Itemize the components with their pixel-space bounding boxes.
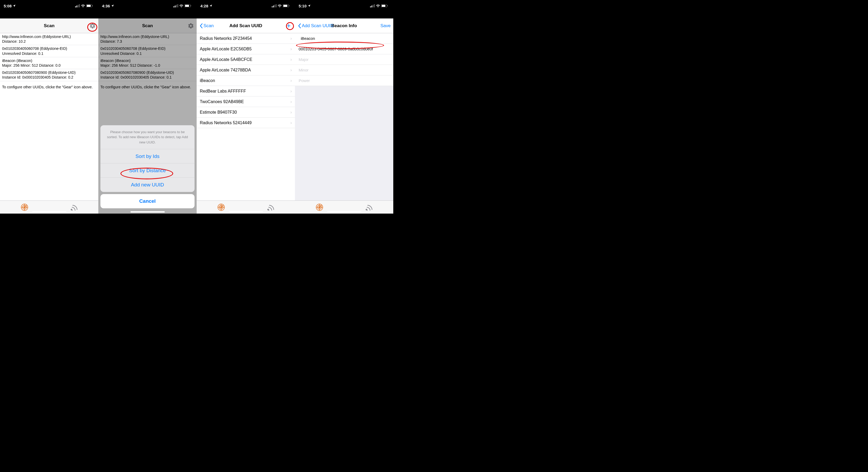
wifi-icon: [376, 4, 380, 7]
wifi-icon: [179, 4, 183, 7]
uuid-row[interactable]: Apple AirLocate 5A4BCFCE›: [197, 54, 295, 65]
status-time: 4:28: [200, 4, 208, 8]
broadcast-icon: [365, 203, 373, 211]
chevron-right-icon: ›: [290, 47, 292, 52]
uuid-row[interactable]: Apple AirLocate E2C56DB5›: [197, 44, 295, 54]
svg-rect-21: [272, 6, 273, 7]
svg-rect-16: [176, 5, 177, 7]
status-bar: 5:10: [295, 0, 393, 11]
wifi-icon: [278, 4, 282, 7]
phone-scan-sheet: 4:36 Scan http://www.Infineon.com (Eddys…: [98, 0, 197, 214]
battery-icon: [86, 4, 93, 7]
battery-icon: [283, 4, 290, 7]
svg-rect-14: [174, 6, 174, 7]
battery-icon: [381, 4, 388, 7]
svg-rect-5: [87, 5, 91, 7]
major-field[interactable]: Major: [295, 54, 393, 65]
svg-rect-17: [177, 4, 178, 7]
uuid-row[interactable]: TwoCanoes 92AB49BE›: [197, 96, 295, 107]
save-button[interactable]: Save: [380, 23, 391, 28]
name-field[interactable]: iBeacon: [295, 33, 393, 44]
sort-by-distance-button[interactable]: Sort by Distance: [100, 164, 194, 178]
cancel-button[interactable]: Cancel: [100, 194, 194, 208]
status-right-icons: [272, 4, 290, 7]
chevron-right-icon: ›: [290, 68, 292, 72]
svg-rect-0: [75, 6, 76, 7]
gear-icon: [89, 23, 96, 29]
uuid-row[interactable]: Apple AirLocate 74278BDA›: [197, 65, 295, 76]
home-indicator[interactable]: [130, 211, 165, 212]
phone-uuid-list: 4:28 Scan Add Scan UUID + Radius Network…: [197, 0, 295, 214]
status-time: 5:08: [4, 4, 11, 8]
svg-rect-38: [374, 4, 375, 7]
location-icon: [209, 4, 213, 7]
plus-icon: +: [287, 22, 291, 30]
svg-rect-36: [371, 5, 372, 7]
chevron-right-icon: ›: [290, 57, 292, 62]
radar-icon: [315, 203, 323, 211]
svg-rect-37: [373, 5, 373, 7]
chevron-left-icon: [298, 23, 301, 28]
status-right-icons: [370, 4, 388, 7]
uuid-list[interactable]: Radius Networks 2F234454› Apple AirLocat…: [197, 33, 295, 200]
settings-button[interactable]: [89, 23, 96, 29]
svg-rect-20: [191, 5, 191, 6]
signal-icon: [370, 4, 375, 7]
status-bar: 4:36: [98, 0, 197, 11]
svg-rect-2: [78, 5, 79, 7]
svg-rect-26: [283, 5, 287, 7]
signal-icon: [75, 4, 80, 7]
back-button[interactable]: Add Scan UUID: [298, 23, 334, 28]
add-button[interactable]: +: [287, 22, 292, 30]
chevron-right-icon: ›: [290, 78, 292, 83]
signal-icon: [174, 4, 178, 7]
minor-field[interactable]: Minor: [295, 65, 393, 76]
chevron-right-icon: ›: [290, 110, 292, 115]
scan-results[interactable]: http://www.Infineon.com (Eddystone-URL)D…: [0, 33, 98, 200]
svg-rect-40: [382, 5, 385, 7]
beacon-row[interactable]: 0x0102030405060708 (Eddystone-EID)Unreso…: [0, 45, 98, 57]
battery-icon: [185, 4, 191, 7]
beacon-row[interactable]: iBeacon (iBeacon)Major: 256 Minor: 512 D…: [0, 57, 98, 69]
radar-icon: [217, 203, 225, 211]
action-sheet-overlay[interactable]: Please choose how you want your beacons …: [98, 19, 197, 214]
uuid-row[interactable]: Estimote B9407F30›: [197, 107, 295, 118]
beacon-row[interactable]: http://www.Infineon.com (Eddystone-URL)D…: [0, 33, 98, 45]
svg-rect-24: [276, 4, 277, 7]
uuid-field[interactable]: 00010203-0405-0607-0809-0a0b0c0d0e0f: [295, 44, 393, 54]
svg-rect-19: [185, 5, 189, 7]
chevron-right-icon: ›: [290, 36, 292, 41]
chevron-right-icon: ›: [290, 89, 292, 94]
broadcast-icon: [267, 203, 274, 211]
home-indicator[interactable]: [32, 211, 66, 212]
uuid-row[interactable]: Radius Networks 52414449›: [197, 118, 295, 128]
home-indicator[interactable]: [229, 211, 263, 212]
uuid-row[interactable]: iBeacon›: [197, 76, 295, 86]
chevron-right-icon: ›: [290, 120, 292, 125]
svg-point-13: [71, 209, 72, 210]
config-hint: To configure other UUIDs, clicke the "Ge…: [0, 81, 98, 93]
add-new-uuid-button[interactable]: Add new UUID: [100, 178, 194, 192]
location-icon: [308, 4, 311, 7]
location-icon: [111, 4, 114, 7]
uuid-row[interactable]: Radius Networks 2F234454›: [197, 33, 295, 44]
sort-by-ids-button[interactable]: Sort by Ids: [100, 149, 194, 164]
svg-rect-3: [79, 4, 80, 7]
phone-scan: 5:08 Scan http://www.Infineon.com (Eddys…: [0, 0, 98, 214]
svg-rect-35: [370, 6, 371, 7]
wifi-icon: [81, 4, 85, 7]
svg-rect-1: [76, 5, 77, 7]
beacon-row[interactable]: 0x01020304050607080900 (Eddystone-UID)In…: [0, 69, 98, 81]
uuid-row[interactable]: RedBear Labs AFFFFFF›: [197, 86, 295, 96]
sheet-message: Please choose how you want your beacons …: [100, 125, 194, 149]
svg-rect-6: [92, 5, 93, 6]
status-time: 4:36: [102, 4, 110, 8]
back-button[interactable]: Scan: [199, 23, 214, 28]
power-field[interactable]: Power: [295, 76, 393, 86]
status-time: 5:10: [299, 4, 307, 8]
beacon-form: iBeacon 00010203-0405-0607-0809-0a0b0c0d…: [295, 33, 393, 200]
home-indicator[interactable]: [327, 211, 361, 212]
svg-rect-22: [273, 5, 274, 7]
navbar: Add Scan UUID Beacon Info Save: [295, 19, 393, 33]
signal-icon: [272, 4, 277, 7]
